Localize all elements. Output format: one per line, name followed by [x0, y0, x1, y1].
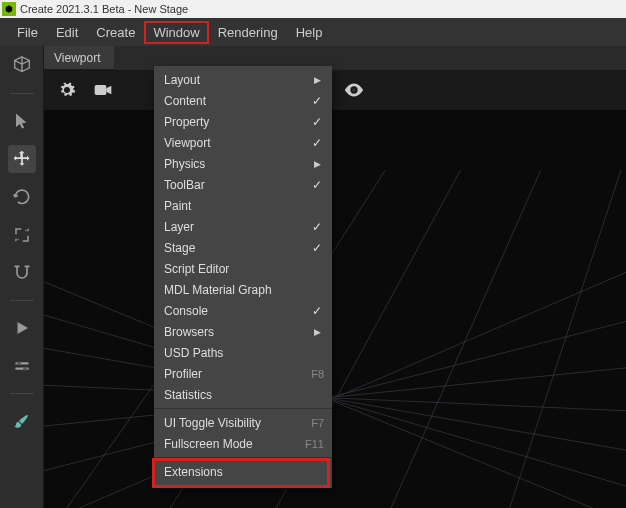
menu-rendering[interactable]: Rendering — [209, 21, 287, 44]
svg-line-9 — [44, 381, 626, 416]
menu-item-label: Fullscreen Mode — [164, 437, 299, 451]
menu-item-extensions[interactable]: Extensions — [154, 461, 332, 482]
window-title: Create 2021.3.1 Beta - New Stage — [20, 3, 188, 15]
toolbar-divider — [10, 93, 34, 94]
menu-item-label: Paint — [164, 199, 324, 213]
menu-item-label: USD Paths — [164, 346, 324, 360]
play-tool-icon[interactable] — [8, 314, 36, 342]
menu-item-browsers[interactable]: Browsers ▶ — [154, 321, 332, 342]
gear-icon[interactable] — [56, 79, 78, 101]
left-toolbar — [0, 46, 44, 508]
menu-item-layer[interactable]: Layer ✓ — [154, 216, 332, 237]
svg-line-16 — [345, 170, 541, 508]
svg-line-6 — [44, 240, 626, 508]
svg-point-2 — [17, 362, 21, 366]
check-icon: ✓ — [310, 115, 324, 129]
menu-item-label: Layout — [164, 73, 310, 87]
menu-item-profiler[interactable]: Profiler F8 — [154, 363, 332, 384]
menu-item-viewport[interactable]: Viewport ✓ — [154, 132, 332, 153]
menu-item-label: Extensions — [164, 465, 324, 479]
viewport-toolbar — [44, 70, 626, 110]
submenu-arrow-icon: ▶ — [310, 159, 324, 169]
svg-point-3 — [23, 367, 27, 371]
menu-create[interactable]: Create — [87, 21, 144, 44]
window-dropdown: Layout ▶ Content ✓ Property ✓ Viewport ✓… — [154, 66, 332, 488]
content-area: Viewport — [44, 46, 626, 508]
camera-icon[interactable] — [92, 79, 114, 101]
svg-line-17 — [475, 170, 620, 508]
main-area: Viewport — [0, 46, 626, 508]
menu-item-toolbar[interactable]: ToolBar ✓ — [154, 174, 332, 195]
menu-item-layout[interactable]: Layout ▶ — [154, 69, 332, 90]
viewport-tab[interactable]: Viewport — [44, 46, 114, 70]
menu-item-console[interactable]: Console ✓ — [154, 300, 332, 321]
menu-item-label: Viewport — [164, 136, 310, 150]
menu-item-label: Statistics — [164, 388, 324, 402]
menu-edit[interactable]: Edit — [47, 21, 87, 44]
svg-line-8 — [44, 331, 626, 471]
menu-item-fullscreen[interactable]: Fullscreen Mode F11 — [154, 433, 332, 454]
menu-item-property[interactable]: Property ✓ — [154, 111, 332, 132]
menu-item-stage[interactable]: Stage ✓ — [154, 237, 332, 258]
menu-item-label: Stage — [164, 241, 310, 255]
check-icon: ✓ — [310, 241, 324, 255]
menu-help[interactable]: Help — [287, 21, 332, 44]
snap-tool-icon[interactable] — [8, 259, 36, 287]
menu-item-label: Profiler — [164, 367, 305, 381]
menu-item-label: Physics — [164, 157, 310, 171]
check-icon: ✓ — [310, 178, 324, 192]
menubar: File Edit Create Window Rendering Help — [0, 18, 626, 46]
settings-toggle-icon[interactable] — [8, 352, 36, 380]
menu-item-physics[interactable]: Physics ▶ — [154, 153, 332, 174]
menu-item-ui-toggle[interactable]: UI Toggle Visibility F7 — [154, 412, 332, 433]
svg-line-18 — [606, 210, 626, 508]
grid-floor — [44, 110, 626, 508]
app-icon: ⬢ — [2, 2, 16, 16]
menu-window[interactable]: Window — [144, 21, 208, 44]
menu-item-script-editor[interactable]: Script Editor — [154, 258, 332, 279]
viewport-3d[interactable] — [44, 110, 626, 508]
check-icon: ✓ — [310, 136, 324, 150]
menu-separator — [154, 457, 332, 458]
menu-separator — [154, 408, 332, 409]
menu-item-label: Layer — [164, 220, 310, 234]
cube-tool-icon[interactable] — [8, 52, 36, 80]
eye-icon[interactable] — [343, 79, 365, 101]
svg-line-12 — [44, 220, 626, 508]
svg-rect-4 — [95, 85, 107, 95]
check-icon: ✓ — [310, 220, 324, 234]
svg-point-5 — [352, 88, 356, 92]
rotate-tool-icon[interactable] — [8, 183, 36, 211]
titlebar: ⬢ Create 2021.3.1 Beta - New Stage — [0, 0, 626, 18]
menu-item-label: Browsers — [164, 325, 310, 339]
menu-item-content[interactable]: Content ✓ — [154, 90, 332, 111]
menu-shortcut: F8 — [311, 368, 324, 380]
brush-tool-icon[interactable] — [8, 407, 36, 435]
menu-item-label: Console — [164, 304, 310, 318]
menu-item-label: ToolBar — [164, 178, 310, 192]
toolbar-divider — [10, 393, 34, 394]
menu-item-label: MDL Material Graph — [164, 283, 324, 297]
menu-file[interactable]: File — [8, 21, 47, 44]
menu-shortcut: F11 — [305, 438, 324, 450]
menu-item-mdl[interactable]: MDL Material Graph — [154, 279, 332, 300]
check-icon: ✓ — [310, 304, 324, 318]
submenu-arrow-icon: ▶ — [310, 327, 324, 337]
select-tool-icon[interactable] — [8, 107, 36, 135]
menu-item-label: Content — [164, 94, 310, 108]
toolbar-divider — [10, 300, 34, 301]
scale-tool-icon[interactable] — [8, 221, 36, 249]
move-tool-icon[interactable] — [8, 145, 36, 173]
check-icon: ✓ — [310, 94, 324, 108]
menu-shortcut: F7 — [311, 417, 324, 429]
menu-item-label: Script Editor — [164, 262, 324, 276]
svg-line-11 — [44, 291, 626, 497]
menu-item-usd-paths[interactable]: USD Paths — [154, 342, 332, 363]
menu-item-label: Property — [164, 115, 310, 129]
menu-item-paint[interactable]: Paint — [154, 195, 332, 216]
menu-item-statistics[interactable]: Statistics — [154, 384, 332, 405]
menu-item-label: UI Toggle Visibility — [164, 416, 305, 430]
submenu-arrow-icon: ▶ — [310, 75, 324, 85]
